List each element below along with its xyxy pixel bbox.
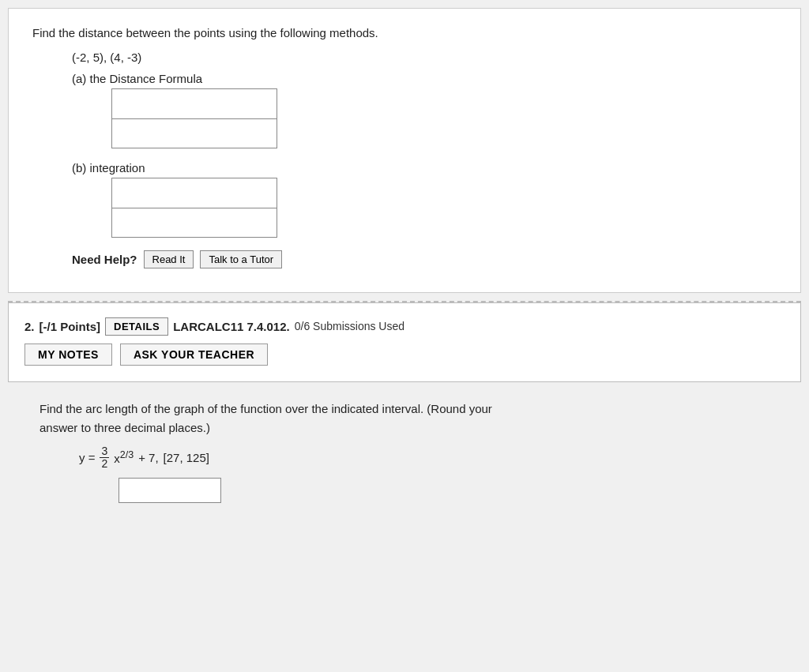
section2-body: Find the arc length of the graph of the … <box>0 389 809 512</box>
my-notes-button[interactable]: MY NOTES <box>24 344 112 366</box>
notes-row: MY NOTES ASK YOUR TEACHER <box>24 344 785 366</box>
formula-exp: 2/3 <box>120 449 134 460</box>
fraction-numerator: 3 <box>100 445 109 458</box>
arc-length-input[interactable] <box>119 478 221 503</box>
problem-text: Find the distance between the points usi… <box>32 24 777 43</box>
part-b-label: (b) integration <box>72 161 777 175</box>
part-a-input-top[interactable] <box>111 88 277 118</box>
math-formula: y = 3 2 x2/3 + 7, [27, 125] <box>79 445 785 471</box>
ask-teacher-button[interactable]: ASK YOUR TEACHER <box>120 344 268 366</box>
read-it-button[interactable]: Read It <box>144 250 194 268</box>
need-help-row: Need Help? Read It Talk to a Tutor <box>72 250 777 268</box>
submissions-text: 0/6 Submissions Used <box>295 320 404 332</box>
problem-header-row: 2. [-/1 Points] DETAILS LARCALC11 7.4.01… <box>24 317 785 336</box>
problem-number: 2. <box>24 320 35 333</box>
problem-code: LARCALC11 7.4.012. <box>173 320 290 333</box>
part-b-input-stack <box>111 178 777 238</box>
problem-section-1: Find the distance between the points usi… <box>8 8 801 293</box>
problem-section-2: 2. [-/1 Points] DETAILS LARCALC11 7.4.01… <box>8 302 801 382</box>
part-b-input-top[interactable] <box>111 178 277 208</box>
fraction: 3 2 <box>100 445 109 471</box>
need-help-label: Need Help? <box>72 253 137 266</box>
formula-y: y = <box>79 451 95 464</box>
arc-text: Find the arc length of the graph of the … <box>40 400 785 437</box>
coord-line: (-2, 5), (4, -3) <box>72 51 777 64</box>
part-a-input-stack <box>111 88 777 148</box>
fraction-denominator: 2 <box>100 458 109 470</box>
part-b-input-bottom[interactable] <box>111 208 277 238</box>
points-label: [-/1 Points] <box>40 320 101 333</box>
part-a-input-bottom[interactable] <box>111 118 277 148</box>
part-a-label: (a) the Distance Formula <box>72 72 777 85</box>
formula-interval: [27, 125] <box>164 451 209 464</box>
formula-rest: + 7, <box>138 451 158 464</box>
talk-tutor-button[interactable]: Talk to a Tutor <box>200 250 282 268</box>
details-button[interactable]: DETAILS <box>105 317 168 336</box>
formula-x: x2/3 <box>114 449 134 465</box>
